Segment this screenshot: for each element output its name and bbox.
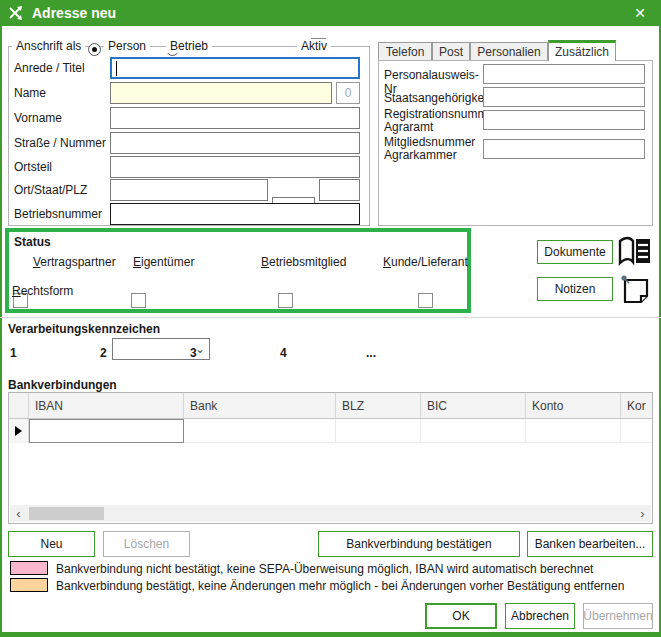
- legend-text-confirmed: Bankverbindung bestätigt, keine Änderung…: [56, 579, 624, 593]
- neu-button[interactable]: Neu: [8, 531, 95, 557]
- tab-personalien[interactable]: Personalien: [470, 42, 548, 61]
- strasse-label: Straße / Nummer: [14, 136, 106, 150]
- loeschen-button[interactable]: Löschen: [103, 531, 190, 557]
- tab-post[interactable]: Post: [432, 42, 470, 61]
- tab-zusaetzlich[interactable]: Zusätzlich: [548, 40, 616, 61]
- col-iban[interactable]: IBAN: [29, 393, 184, 418]
- personalausweis-input[interactable]: [483, 64, 645, 84]
- mitgliedsnummer-input[interactable]: [483, 139, 645, 159]
- konto-cell[interactable]: [526, 419, 621, 443]
- registrationsnummer-input[interactable]: [483, 110, 645, 130]
- aktiv-checkbox-label: Aktiv: [297, 39, 331, 53]
- person-radio-label[interactable]: Person: [104, 39, 150, 53]
- vk2-label: 2: [100, 346, 107, 360]
- col-bank[interactable]: Bank: [184, 393, 336, 418]
- ok-button[interactable]: OK: [425, 603, 497, 629]
- horizontal-scrollbar[interactable]: ‹ ›: [10, 505, 651, 522]
- ort-input[interactable]: [110, 179, 268, 201]
- scrollbar-thumb[interactable]: [29, 507, 104, 520]
- uebernehmen-button[interactable]: Übernehmen: [583, 603, 653, 629]
- bic-cell[interactable]: [421, 419, 526, 443]
- eigentuemer-checkbox[interactable]: [131, 293, 146, 308]
- blz-cell[interactable]: [336, 419, 421, 443]
- kor-cell[interactable]: [621, 419, 652, 443]
- anrede-input[interactable]: [110, 57, 360, 79]
- bankverbindungen-title: Bankverbindungen: [8, 378, 117, 392]
- bankverbindung-bestaetigen-button[interactable]: Bankverbindung bestätigen: [318, 531, 520, 557]
- legend-text-not-confirmed: Bankverbindung nicht bestätigt, keine SE…: [56, 562, 593, 576]
- vorname-input[interactable]: [110, 107, 360, 129]
- ort-staat-plz-label: Ort/Staat/PLZ: [14, 183, 87, 197]
- dokumente-button[interactable]: Dokumente: [537, 240, 613, 264]
- scroll-right-icon[interactable]: ›: [634, 505, 651, 522]
- scroll-left-icon[interactable]: ‹: [10, 505, 27, 522]
- row-selector-header: [9, 393, 29, 418]
- betriebsnummer-input[interactable]: [110, 203, 360, 225]
- status-highlight-box: [5, 228, 471, 313]
- vertragspartner-label: Vertragspartner: [33, 255, 116, 269]
- kunde-lieferant-label: Kunde/Lieferant: [383, 255, 468, 269]
- bank-table-header: IBAN Bank BLZ BIC Konto Kor: [9, 393, 652, 419]
- col-blz[interactable]: BLZ: [336, 393, 421, 418]
- vk3-label: 3: [190, 346, 197, 360]
- rechtsform-label: Rechtsform: [12, 284, 73, 298]
- documents-book-icon[interactable]: [617, 236, 653, 268]
- staatsangehoerigkeit-input[interactable]: [483, 87, 645, 107]
- name-label: Name: [14, 86, 46, 100]
- betriebsmitglied-checkbox[interactable]: [278, 293, 293, 308]
- staatsangehoerigkeit-label: Staatsangehörigkeit: [384, 91, 482, 105]
- dialog-adresse-neu: Adresse neu ✕ Anschrift als Person Betri…: [0, 0, 661, 637]
- plz-input[interactable]: [319, 179, 360, 201]
- vk1-label: 1: [10, 346, 17, 360]
- eigentuemer-label: Eigentümer: [133, 255, 194, 269]
- strasse-input[interactable]: [110, 132, 360, 154]
- vk4-label: 4: [280, 346, 287, 360]
- betrieb-radio-label[interactable]: Betrieb: [166, 39, 212, 53]
- verarbeitungskennzeichen-title: Verarbeitungskennzeichen: [8, 322, 160, 336]
- row-indicator-icon: [15, 426, 22, 436]
- anschrift-legend: Anschrift als: [12, 39, 85, 53]
- mitgliedsnummer-label: Mitgliedsnummer Agrarkammer: [384, 136, 484, 162]
- current-row-cell: [9, 419, 29, 443]
- legend-swatch-not-confirmed: [10, 561, 48, 575]
- abbrechen-button[interactable]: Abbrechen: [505, 603, 575, 629]
- col-kor[interactable]: Kor: [621, 393, 652, 418]
- section-divider: [0, 317, 661, 318]
- banken-bearbeiten-button[interactable]: Banken bearbeiten...: [527, 531, 653, 557]
- person-radio[interactable]: [88, 43, 101, 56]
- note-icon[interactable]: [618, 272, 652, 306]
- status-title: Status: [14, 235, 51, 249]
- vk-more-label: ...: [366, 346, 376, 360]
- col-konto[interactable]: Konto: [526, 393, 621, 418]
- text-caret: [116, 61, 117, 76]
- window-title: Adresse neu: [32, 5, 116, 21]
- notizen-button[interactable]: Notizen: [537, 277, 613, 301]
- tab-telefon[interactable]: Telefon: [378, 42, 432, 61]
- bank-table: IBAN Bank BLZ BIC Konto Kor ‹ ›: [8, 392, 653, 524]
- close-icon[interactable]: ✕: [619, 0, 661, 26]
- vorname-label: Vorname: [14, 111, 62, 125]
- window-border-left: [0, 0, 2, 637]
- table-row[interactable]: [9, 419, 652, 443]
- bank-cell[interactable]: [184, 419, 336, 443]
- legend-swatch-confirmed: [10, 578, 48, 592]
- betriebsmitglied-label: Betriebsmitglied: [261, 255, 346, 269]
- iban-cell[interactable]: [29, 419, 184, 443]
- betriebsnummer-label: Betriebsnummer: [14, 207, 102, 221]
- anrede-label: Anrede / Titel: [14, 61, 85, 75]
- ortsteil-label: Ortsteil: [14, 160, 52, 174]
- kunde-lieferant-checkbox[interactable]: [418, 293, 433, 308]
- col-bic[interactable]: BIC: [421, 393, 526, 418]
- window-border-bottom: [0, 632, 661, 637]
- name-input[interactable]: [110, 82, 332, 104]
- title-bar: Adresse neu ✕: [0, 0, 661, 26]
- name-counter: 0: [336, 82, 360, 104]
- registrationsnummer-label: Registrationsnummer Agraramt: [384, 108, 484, 134]
- ortsteil-input[interactable]: [110, 156, 360, 178]
- app-icon: [8, 5, 24, 21]
